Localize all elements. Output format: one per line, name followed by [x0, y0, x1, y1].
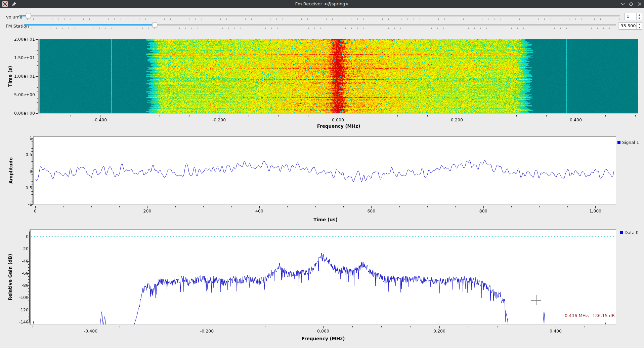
- data0-legend-label: Data 0: [625, 230, 639, 235]
- tick-label: 600: [356, 208, 386, 214]
- volume-slider-handle[interactable]: [26, 13, 31, 18]
- crosshair-cursor: [536, 295, 536, 305]
- fm-station-slider-handle[interactable]: [152, 22, 157, 27]
- tick-label: -80: [5, 283, 29, 288]
- tick-label: 0.5: [9, 152, 32, 157]
- window-title: Fm Receiver <@spring>: [0, 0, 644, 8]
- volume-spin-down-icon[interactable]: ▼: [637, 16, 642, 20]
- time-plot-x-axis-title: Time (us): [313, 217, 338, 222]
- volume-spinbox[interactable]: 1 ▲ ▼: [624, 13, 642, 20]
- tick-label: 1.50e+01: [11, 55, 35, 61]
- tick-label: -40: [5, 259, 29, 264]
- app-window: Fm Receiver <@spring> volume 1 ▲ ▼ FM St…: [0, 0, 644, 348]
- volume-slider-groove[interactable]: [19, 15, 620, 16]
- tick-label: -100: [5, 295, 29, 300]
- tick-label: -1: [9, 202, 32, 207]
- tick-label: -60: [5, 271, 29, 276]
- fm-station-value[interactable]: 93.500: [618, 23, 636, 29]
- tick-label: -0.200: [192, 328, 222, 334]
- tick-label: 0: [9, 169, 32, 174]
- tick-label: 0.400: [541, 328, 571, 334]
- tick-label: 0.00e+00: [11, 111, 35, 116]
- tick-label: 400: [244, 208, 274, 214]
- cursor-readout: 0.436 MHz, -136.15 dB: [565, 313, 615, 318]
- plots-canvas[interactable]: [0, 0, 644, 348]
- fm-station-spinbox[interactable]: 93.500 ▲ ▼: [618, 22, 642, 30]
- tick-label: 1.00e+01: [11, 74, 35, 79]
- tick-label: -120: [5, 307, 29, 313]
- tick-label: -0.200: [204, 117, 234, 123]
- tick-label: 0.000: [323, 117, 353, 123]
- fm-station-spin-down-icon[interactable]: ▼: [637, 26, 642, 29]
- signal1-legend-label: Signal 1: [622, 140, 639, 145]
- fm-station-spin-buttons: ▲ ▼: [636, 23, 642, 29]
- fm-station-slider-fill: [24, 24, 155, 26]
- fm-station-slider-groove[interactable]: [24, 24, 616, 26]
- fm-station-spin-up-icon[interactable]: ▲: [637, 23, 642, 26]
- tick-label: 0: [5, 234, 29, 239]
- data0-legend-swatch: [620, 231, 623, 234]
- freq-plot-x-axis-title: Frequency (MHz): [302, 336, 345, 341]
- signal1-legend-swatch: [617, 141, 620, 144]
- tick-label: 200: [132, 208, 162, 214]
- volume-value[interactable]: 1: [625, 13, 636, 20]
- freq-plot-legend[interactable]: Data 0: [620, 230, 639, 235]
- tick-label: -0.400: [85, 117, 115, 123]
- tick-label: -0.400: [76, 328, 106, 334]
- close-button[interactable]: [637, 2, 642, 7]
- tick-label: -0.5: [9, 185, 32, 191]
- tick-label: 5.00e+00: [11, 92, 35, 98]
- window-controls: [620, 0, 642, 8]
- minimize-button[interactable]: [620, 2, 625, 7]
- tick-label: -140: [5, 319, 29, 325]
- volume-spin-buttons: ▲ ▼: [636, 13, 642, 20]
- tick-label: 0: [20, 208, 50, 214]
- maximize-button[interactable]: [629, 2, 634, 7]
- time-plot-legend[interactable]: Signal 1: [617, 140, 639, 145]
- fm-station-slider[interactable]: [24, 22, 616, 27]
- tick-label: 0.000: [308, 328, 338, 334]
- tick-label: 0.200: [424, 328, 455, 334]
- waterfall-x-axis-title: Frequency (MHz): [317, 123, 360, 129]
- tick-label: 0.200: [442, 117, 472, 123]
- tick-label: 0.400: [561, 117, 591, 123]
- tick-label: 800: [468, 208, 499, 214]
- tick-label: 1: [9, 136, 32, 141]
- volume-spin-up-icon[interactable]: ▲: [637, 13, 642, 16]
- tick-label: 2.00e+01: [11, 37, 35, 42]
- tick-label: -20: [5, 246, 29, 252]
- titlebar[interactable]: Fm Receiver <@spring>: [0, 0, 644, 8]
- tick-label: 1,000: [580, 208, 610, 214]
- volume-slider[interactable]: [19, 13, 620, 18]
